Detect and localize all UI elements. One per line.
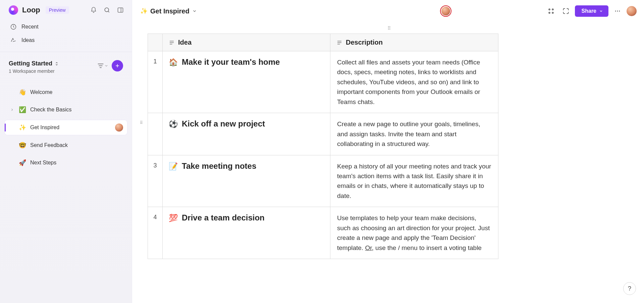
column-label: Idea xyxy=(178,39,192,46)
memo-icon: 📝 xyxy=(169,162,178,170)
topbar: ✨ Get Inspired Share xyxy=(132,0,644,22)
description-text: Create a new page to outline your goals,… xyxy=(337,120,480,147)
presence-avatar xyxy=(115,123,123,132)
tree-item-label: Welcome xyxy=(30,89,52,95)
loop-logo-icon xyxy=(9,5,18,15)
table-row[interactable]: 3 📝Take meeting notes Keep a history of … xyxy=(148,155,498,207)
tree-item-next-steps[interactable]: 🚀 Next Steps xyxy=(5,156,127,170)
text-column-icon xyxy=(169,40,175,46)
rocket-icon: 🚀 xyxy=(19,159,26,166)
svg-point-8 xyxy=(617,11,618,12)
tree-item-welcome[interactable]: 👋 Welcome xyxy=(5,85,127,99)
svg-point-9 xyxy=(619,11,620,12)
svg-rect-1 xyxy=(118,8,123,12)
description-text: Collect all files and assets your team n… xyxy=(337,59,480,105)
ideas-table: Idea Description xyxy=(148,34,498,259)
description-cell[interactable]: Collect all files and assets your team n… xyxy=(330,51,498,113)
tree-item-label: Send Feedback xyxy=(30,142,68,148)
description-cell[interactable]: Create a new page to outline your goals,… xyxy=(330,113,498,155)
expand-collapse-icon xyxy=(54,61,59,66)
tree-item-check-basics[interactable]: ✅ Check the Basics xyxy=(5,103,127,117)
collapse-sidebar-icon[interactable] xyxy=(115,5,126,15)
nav-ideas[interactable]: Ideas xyxy=(3,34,128,47)
share-button[interactable]: Share xyxy=(575,5,608,17)
preview-badge: Preview xyxy=(46,6,69,14)
tree-item-label: Get Inspired xyxy=(30,124,59,131)
apps-icon[interactable] xyxy=(545,5,557,17)
row-number: 1 xyxy=(148,51,163,113)
text-column-icon xyxy=(336,40,342,46)
table-row[interactable]: ⠿ ⚽Kick off a new project Create a new p… xyxy=(148,113,498,155)
hundred-icon: 💯 xyxy=(169,214,178,222)
description-text: Keep a history of all your meeting notes… xyxy=(337,163,491,199)
house-icon: 🏠 xyxy=(169,58,178,66)
row-drag-handle[interactable]: ⠿ xyxy=(140,120,143,125)
idea-cell[interactable]: 💯Drive a team decision xyxy=(163,207,330,259)
nav-ideas-label: Ideas xyxy=(21,37,35,43)
table-header-description[interactable]: Description xyxy=(330,34,498,51)
row-number: ⠿ xyxy=(148,113,163,155)
idea-cell[interactable]: 📝Take meeting notes xyxy=(163,155,330,207)
idea-cell[interactable]: 🏠Make it your team's home xyxy=(163,51,330,113)
soccer-icon: ⚽ xyxy=(169,120,178,128)
sidebar-header: Loop Preview xyxy=(0,0,132,20)
row-number: 4 xyxy=(148,207,163,259)
svg-point-5 xyxy=(549,12,550,13)
sparkles-icon: ✨ xyxy=(19,124,26,131)
main-area: ✨ Get Inspired Share xyxy=(132,0,644,303)
table-header-idea[interactable]: Idea xyxy=(163,34,330,51)
sidebar: Loop Preview Recent Ideas xyxy=(0,0,132,303)
search-icon[interactable] xyxy=(102,5,112,15)
tree-item-label: Check the Basics xyxy=(30,107,72,113)
chevron-right-icon[interactable] xyxy=(9,108,15,112)
table-row[interactable]: 1 🏠Make it your team's home Collect all … xyxy=(148,51,498,113)
sort-menu[interactable] xyxy=(97,62,108,69)
help-label: ? xyxy=(628,285,631,292)
sparkles-icon: ✨ xyxy=(140,7,148,15)
chevron-down-icon xyxy=(192,9,197,13)
nav-recent[interactable]: Recent xyxy=(3,20,128,34)
svg-point-7 xyxy=(615,11,616,12)
description-link[interactable]: Or, xyxy=(365,244,373,251)
active-collaborator-avatar[interactable] xyxy=(440,5,451,17)
idea-cell[interactable]: ⚽Kick off a new project xyxy=(163,113,330,155)
column-label: Description xyxy=(346,39,383,46)
notifications-icon[interactable] xyxy=(88,5,99,15)
description-cell[interactable]: Keep a history of all your meeting notes… xyxy=(330,155,498,207)
workspace-title[interactable]: Getting Started xyxy=(9,60,94,67)
account-avatar[interactable] xyxy=(627,6,637,16)
share-button-label: Share xyxy=(582,8,596,14)
sidebar-divider xyxy=(0,52,132,52)
workspace-title-label: Getting Started xyxy=(9,60,52,67)
description-text-suffix: use the / menu to insert a voting table xyxy=(374,244,482,251)
chevron-down-icon xyxy=(104,64,108,68)
idea-text: Take meeting notes xyxy=(182,161,256,170)
idea-text: Drive a team decision xyxy=(182,213,265,222)
wave-icon: 👋 xyxy=(19,89,26,96)
block-drag-handle[interactable]: ⠿ xyxy=(148,26,631,31)
description-cell[interactable]: Use templates to help your team make dec… xyxy=(330,207,498,259)
workspace-subtitle: 1 Workspace member xyxy=(9,68,94,74)
component-icon[interactable] xyxy=(560,5,572,17)
table-row[interactable]: 4 💯Drive a team decision Use templates t… xyxy=(148,207,498,259)
add-page-button[interactable] xyxy=(112,60,123,71)
tree-item-send-feedback[interactable]: 🤓 Send Feedback xyxy=(5,138,127,152)
chevron-down-icon xyxy=(599,9,603,13)
svg-point-3 xyxy=(549,9,550,10)
table-header-number[interactable] xyxy=(148,34,163,51)
row-number: 3 xyxy=(148,155,163,207)
page-tree: 👋 Welcome ✅ Check the Basics ✨ Get Inspi… xyxy=(0,74,132,170)
help-button[interactable]: ? xyxy=(623,282,636,295)
brand-name: Loop xyxy=(22,6,40,14)
page-breadcrumb[interactable]: ✨ Get Inspired xyxy=(140,7,197,15)
avatar xyxy=(441,7,450,15)
more-icon[interactable] xyxy=(612,5,623,17)
workspace-header: Getting Started 1 Workspace member xyxy=(0,60,132,74)
page-title: Get Inspired xyxy=(150,7,190,15)
check-icon: ✅ xyxy=(19,106,26,113)
idea-text: Kick off a new project xyxy=(182,119,265,128)
tree-item-get-inspired[interactable]: ✨ Get Inspired xyxy=(5,120,127,135)
nerd-icon: 🤓 xyxy=(19,142,26,149)
svg-point-0 xyxy=(105,8,109,12)
nav-recent-label: Recent xyxy=(21,24,39,30)
